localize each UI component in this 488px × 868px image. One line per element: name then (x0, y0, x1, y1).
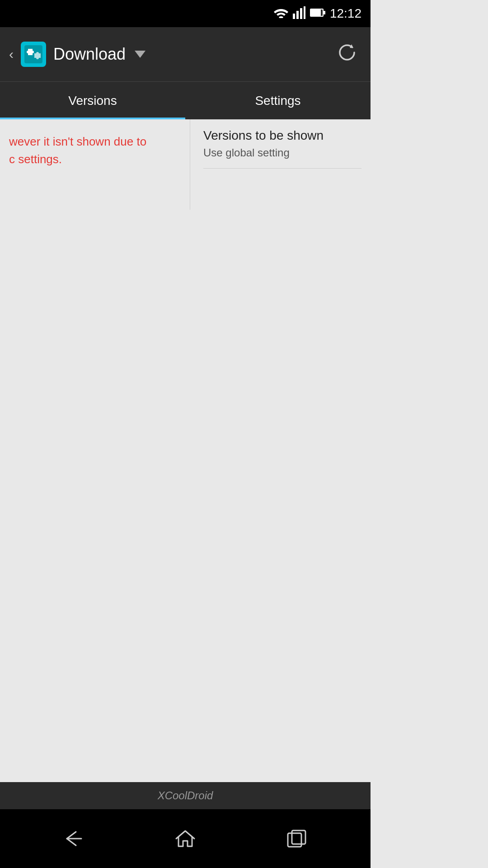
back-button[interactable]: ‹ (9, 47, 14, 62)
status-bar: 12:12 (0, 0, 371, 27)
svg-rect-7 (311, 9, 321, 16)
app-bar-left: ‹ Download (9, 42, 333, 67)
nav-home-button[interactable] (160, 823, 210, 854)
nav-recent-button[interactable] (272, 824, 322, 853)
versions-to-be-shown-title: Versions to be shown (203, 128, 361, 143)
app-bar: ‹ Download (0, 27, 371, 81)
tab-settings[interactable]: Settings (185, 82, 371, 119)
content-area: wever it isn't shown due to c settings. … (0, 119, 371, 784)
svg-rect-2 (300, 8, 302, 19)
vertical-divider (190, 119, 190, 210)
battery-icon (310, 7, 325, 20)
tab-versions[interactable]: Versions (0, 82, 185, 119)
app-icon (21, 42, 46, 67)
app-name-label: XCoolDroid (158, 789, 213, 802)
status-icons: 12:12 (274, 6, 361, 21)
svg-rect-5 (324, 11, 325, 14)
svg-rect-0 (293, 14, 295, 19)
status-time: 12:12 (330, 6, 361, 21)
svg-rect-1 (296, 11, 299, 19)
warning-text: wever it isn't shown due to c settings. (9, 133, 181, 168)
right-panel: Versions to be shown Use global setting (194, 119, 371, 178)
wifi-icon (274, 7, 288, 20)
nav-back-button[interactable] (49, 825, 99, 852)
refresh-button[interactable] (333, 38, 361, 71)
nav-bar (0, 809, 371, 868)
dropdown-arrow-icon (135, 51, 145, 58)
footer-label: XCoolDroid (0, 782, 371, 809)
signal-icon (293, 6, 305, 21)
horizontal-divider (203, 168, 361, 169)
svg-rect-3 (304, 6, 305, 19)
left-panel: wever it isn't shown due to c settings. (0, 119, 190, 182)
versions-subtitle: Use global setting (203, 146, 361, 159)
tab-bar: Versions Settings (0, 81, 371, 119)
app-title: Download (53, 45, 126, 64)
